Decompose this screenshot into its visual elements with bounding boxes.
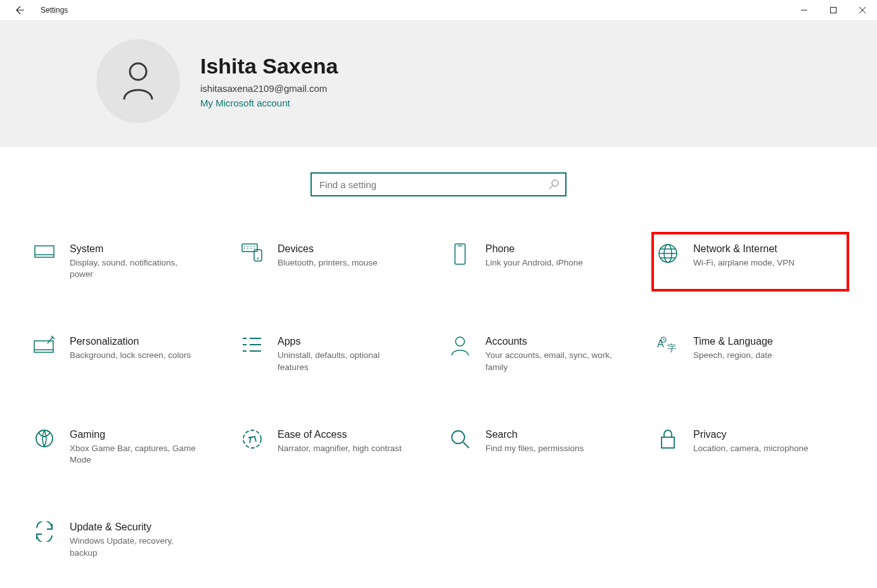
tile-desc: Speech, region, date	[693, 350, 773, 361]
tile-title: Accounts	[485, 336, 618, 347]
tile-title: Devices	[278, 243, 378, 255]
tile-title: Phone	[485, 243, 583, 255]
tile-desc: Link your Android, iPhone	[485, 257, 583, 269]
tile-update-security[interactable]: Update & SecurityWindows Update, recover…	[30, 513, 223, 567]
tile-time-language[interactable]: A字 Time & LanguageSpeech, region, date	[654, 327, 847, 381]
search-category-icon	[449, 429, 471, 466]
svg-point-6	[257, 258, 259, 259]
tile-network-internet[interactable]: Network & InternetWi-Fi, airplane mode, …	[654, 234, 847, 289]
tile-desc: Wi-Fi, airplane mode, VPN	[693, 257, 795, 269]
maximize-icon	[830, 7, 836, 13]
tile-desc: Bluetooth, printers, mouse	[278, 257, 378, 269]
svg-point-17	[452, 431, 464, 444]
tile-devices[interactable]: DevicesBluetooth, printers, mouse	[238, 234, 431, 289]
tile-desc: Display, sound, notifications, power	[70, 257, 203, 280]
user-email: ishitasaxena2109@gmail.com	[200, 83, 338, 94]
tile-title: Network & Internet	[693, 243, 795, 255]
tile-search[interactable]: SearchFind my files, permissions	[446, 420, 639, 475]
gaming-icon	[33, 429, 56, 466]
svg-text:字: 字	[667, 343, 676, 353]
ease-of-access-icon	[241, 429, 264, 466]
tile-title: Gaming	[70, 429, 203, 440]
search-box[interactable]	[310, 172, 567, 196]
svg-point-2	[552, 180, 558, 186]
window-controls	[790, 0, 877, 20]
search-area	[0, 147, 877, 219]
window-title: Settings	[41, 6, 68, 15]
tile-title: Apps	[278, 336, 411, 347]
svg-point-16	[243, 430, 261, 448]
tile-accounts[interactable]: AccountsYour accounts, email, sync, work…	[446, 327, 639, 381]
tile-desc: Windows Update, recovery, backup	[70, 535, 203, 558]
arrow-left-icon	[14, 5, 24, 15]
lock-icon	[656, 429, 679, 466]
personalization-icon	[33, 336, 56, 373]
tile-desc: Narrator, magnifier, high contrast	[278, 443, 402, 454]
tile-phone[interactable]: PhoneLink your Android, iPhone	[446, 234, 639, 289]
minimize-icon	[801, 7, 807, 13]
tile-personalization[interactable]: PersonalizationBackground, lock screen, …	[30, 327, 223, 381]
svg-rect-3	[35, 246, 54, 257]
maximize-button[interactable]	[819, 0, 848, 20]
update-icon	[33, 521, 56, 558]
tile-title: Personalization	[70, 336, 191, 347]
phone-icon	[449, 243, 471, 280]
tile-ease-of-access[interactable]: Ease of AccessNarrator, magnifier, high …	[238, 420, 431, 475]
tile-desc: Background, lock screen, colors	[70, 350, 191, 361]
tile-apps[interactable]: AppsUninstall, defaults, optional featur…	[238, 327, 431, 381]
tile-title: Update & Security	[70, 521, 203, 533]
svg-rect-0	[831, 8, 836, 13]
microsoft-account-link[interactable]: My Microsoft account	[200, 98, 338, 108]
search-icon	[549, 179, 559, 189]
tile-title: Time & Language	[693, 336, 773, 347]
tile-gaming[interactable]: GamingXbox Game Bar, captures, Game Mode	[30, 420, 223, 475]
time-language-icon: A字	[656, 336, 679, 373]
tile-desc: Uninstall, defaults, optional features	[278, 350, 411, 373]
tile-title: Privacy	[693, 429, 809, 440]
tile-privacy[interactable]: PrivacyLocation, camera, microphone	[654, 420, 847, 475]
user-icon	[120, 61, 156, 101]
devices-icon	[241, 243, 264, 280]
svg-point-1	[130, 63, 146, 80]
minimize-button[interactable]	[790, 0, 819, 20]
system-icon	[33, 243, 56, 280]
tile-title: Search	[485, 429, 584, 440]
avatar[interactable]	[96, 39, 180, 123]
tile-title: System	[70, 243, 203, 255]
titlebar: Settings	[0, 0, 877, 20]
user-name: Ishita Saxena	[200, 54, 338, 79]
close-icon	[859, 7, 866, 13]
settings-grid: SystemDisplay, sound, notifications, pow…	[0, 219, 877, 588]
svg-rect-7	[455, 244, 465, 264]
svg-point-11	[456, 337, 464, 346]
search-input[interactable]	[319, 179, 549, 190]
tile-title: Ease of Access	[278, 429, 402, 440]
tile-desc: Find my files, permissions	[485, 443, 584, 454]
apps-icon	[241, 336, 264, 373]
tile-desc: Location, camera, microphone	[693, 443, 809, 454]
tile-desc: Your accounts, email, sync, work, family	[485, 350, 618, 373]
svg-point-15	[36, 430, 53, 447]
accounts-icon	[449, 336, 471, 373]
back-button[interactable]	[13, 4, 25, 16]
svg-rect-10	[34, 341, 53, 352]
profile-header: Ishita Saxena ishitasaxena2109@gmail.com…	[0, 20, 877, 147]
tile-system[interactable]: SystemDisplay, sound, notifications, pow…	[30, 234, 223, 289]
tile-desc: Xbox Game Bar, captures, Game Mode	[70, 443, 203, 466]
close-button[interactable]	[848, 0, 877, 20]
svg-rect-18	[662, 437, 674, 448]
globe-icon	[656, 243, 679, 280]
